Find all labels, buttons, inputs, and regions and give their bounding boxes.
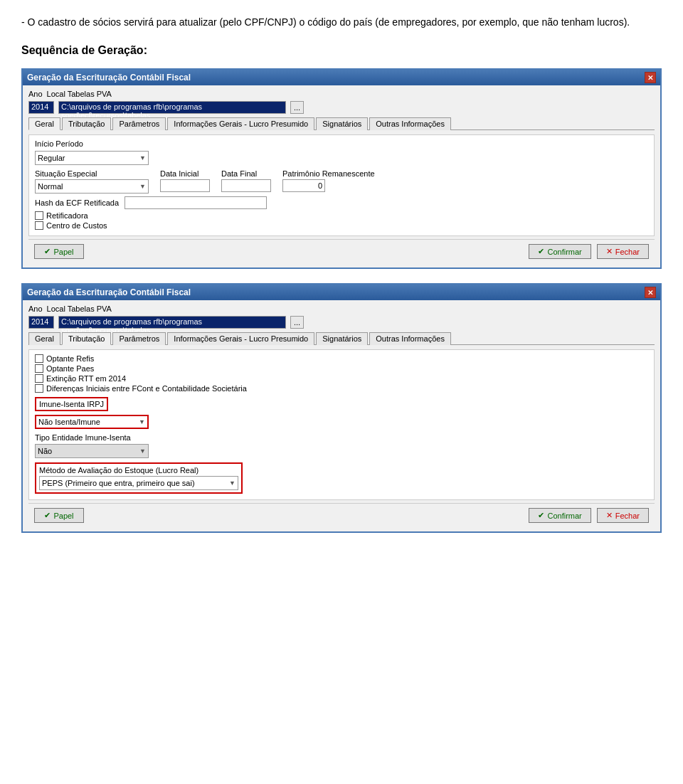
tipo-entidade-label: Tipo Entidade Imune-Isenta	[35, 433, 131, 442]
tab-infgerais-1[interactable]: Informações Gerais - Lucro Presumido	[167, 117, 314, 130]
window2: Geração da Escrituração Contábil Fiscal …	[21, 283, 662, 533]
window1-close-button[interactable]: ✕	[645, 72, 656, 83]
optante-refis-label: Optante Refis	[46, 354, 94, 363]
retificadora-checkbox[interactable]	[35, 211, 43, 220]
diferencas-iniciais-checkbox[interactable]	[35, 384, 43, 393]
situacao-dropdown-arrow: ▼	[139, 183, 146, 190]
data-final-label: Data Final	[221, 169, 271, 178]
tab-parametros-2[interactable]: Parâmetros	[112, 332, 166, 345]
optante-paes-label: Optante Paes	[46, 364, 94, 373]
ano-label: Ano	[28, 90, 43, 98]
hash-section: Hash da ECF Retificada	[35, 196, 648, 209]
data-inicial-col: Data Inicial	[160, 169, 210, 192]
window1-titlebar: Geração da Escrituração Contábil Fiscal …	[23, 70, 660, 85]
optante-refis-row: Optante Refis	[35, 354, 648, 363]
window1-bottom-buttons: ✔ Papel ✔ Confirmar ✕ Fechar	[28, 239, 655, 263]
metodo-section: Método de Avaliação do Estoque (Lucro Re…	[35, 462, 243, 494]
window1-title: Geração da Escrituração Contábil Fiscal	[27, 73, 191, 83]
window1-geral-content: Início Período Regular ▼ Situação Especi…	[28, 134, 655, 236]
window2-titlebar: Geração da Escrituração Contábil Fiscal …	[23, 285, 660, 300]
window2-title: Geração da Escrituração Contábil Fiscal	[27, 287, 191, 297]
imune-label: Imune-Isenta IRPJ	[35, 397, 108, 411]
window2-tabs: Geral Tributação Parâmetros Informações …	[28, 332, 655, 345]
metodo-dropdown-arrow: ▼	[229, 480, 235, 487]
window2-path-row: 2014 C:\arquivos de programas rfb\progra…	[28, 316, 655, 329]
tab-outras-1[interactable]: Outras Informações	[369, 117, 451, 130]
data-inicial-input[interactable]	[160, 179, 210, 192]
imune-dropdown[interactable]: Não Isenta/Imune ▼	[35, 415, 149, 429]
tipo-entidade-dropdown-arrow: ▼	[139, 447, 146, 455]
window1: Geração da Escrituração Contábil Fiscal …	[21, 68, 662, 269]
tipo-entidade-dropdown[interactable]: Não ▼	[35, 444, 149, 458]
tab-tributacao-1[interactable]: Tributação	[62, 117, 112, 130]
data-inicial-label: Data Inicial	[160, 169, 210, 178]
window2-header-row: Ano Local Tabelas PVA	[28, 304, 655, 313]
confirmar-icon-2: ✔	[538, 511, 544, 520]
papel-button-2[interactable]: ✔ Papel	[34, 508, 84, 523]
tab-signatarios-1[interactable]: Signatários	[316, 117, 368, 130]
data-final-input[interactable]	[221, 179, 271, 192]
tab-outras-2[interactable]: Outras Informações	[369, 332, 451, 345]
imune-dropdown-arrow: ▼	[139, 418, 145, 425]
local-label: Local Tabelas PVA	[47, 90, 112, 98]
tab-tributacao-2[interactable]: Tributação	[62, 332, 112, 345]
optante-refis-checkbox[interactable]	[35, 354, 43, 363]
retificadora-label: Retificadora	[46, 211, 88, 220]
hash-input[interactable]	[125, 196, 267, 209]
patrimonio-input[interactable]	[282, 179, 325, 192]
tab-signatarios-2[interactable]: Signatários	[316, 332, 368, 345]
intro-text: - O cadastro de sócios servirá para atua…	[21, 14, 662, 30]
patrimonio-label: Patrimônio Remanescente	[282, 169, 375, 178]
situacao-col: Situação Especial Normal ▼	[35, 169, 149, 194]
papel-button-1[interactable]: ✔ Papel	[34, 244, 84, 259]
extincao-rtt-row: Extinção RTT em 2014	[35, 374, 648, 383]
periodo-dropdown[interactable]: Regular ▼	[35, 151, 149, 165]
inicio-periodo-row: Início Período	[35, 139, 648, 148]
local-label-2: Local Tabelas PVA	[47, 304, 112, 313]
data-final-col: Data Final	[221, 169, 271, 192]
window1-tabs: Geral Tributação Parâmetros Informações …	[28, 117, 655, 130]
extincao-rtt-label: Extinção RTT em 2014	[46, 374, 126, 383]
patrimonio-col: Patrimônio Remanescente	[282, 169, 375, 192]
optante-paes-row: Optante Paes	[35, 364, 648, 373]
section-title: Sequência de Geração:	[21, 44, 662, 57]
metodo-dropdown[interactable]: PEPS (Primeiro que entra, primeiro que s…	[39, 476, 238, 490]
confirmar-button-2[interactable]: ✔ Confirmar	[529, 508, 591, 523]
metodo-label: Método de Avaliação do Estoque (Lucro Re…	[39, 466, 238, 475]
tab-infgerais-2[interactable]: Informações Gerais - Lucro Presumido	[167, 332, 314, 345]
window1-path-row: 2014 C:\arquivos de programas rfb\progra…	[28, 101, 655, 114]
extincao-rtt-checkbox[interactable]	[35, 374, 43, 383]
hash-label: Hash da ECF Retificada	[35, 198, 119, 207]
ano-label-2: Ano	[28, 304, 43, 313]
window2-bottom-buttons: ✔ Papel ✔ Confirmar ✕ Fechar	[28, 503, 655, 527]
papel-icon-1: ✔	[44, 247, 51, 256]
retificadora-row: Retificadora	[35, 211, 648, 220]
path-input[interactable]: C:\arquivos de programas rfb\programas s…	[58, 101, 286, 114]
ano-input[interactable]: 2014	[28, 101, 54, 114]
confirmar-button-1[interactable]: ✔ Confirmar	[529, 244, 591, 259]
fechar-button-1[interactable]: ✕ Fechar	[597, 244, 649, 259]
browse-button[interactable]: ...	[290, 101, 304, 114]
diferencas-iniciais-label: Diferenças Iniciais entre FCont e Contab…	[46, 384, 247, 393]
periodo-dropdown-arrow: ▼	[139, 154, 146, 161]
window2-close-button[interactable]: ✕	[645, 287, 656, 298]
optante-paes-checkbox[interactable]	[35, 364, 43, 373]
tab-geral-2[interactable]: Geral	[28, 332, 60, 345]
centro-custos-checkbox[interactable]	[35, 221, 43, 230]
fechar-icon-2: ✕	[606, 511, 613, 520]
browse-button-2[interactable]: ...	[290, 316, 304, 329]
tab-geral-1[interactable]: Geral	[28, 117, 60, 130]
tab-parametros-1[interactable]: Parâmetros	[112, 117, 166, 130]
situacao-label: Situação Especial	[35, 169, 149, 178]
inicio-periodo-label: Início Período	[35, 139, 83, 148]
fechar-icon-1: ✕	[606, 247, 613, 256]
fechar-button-2[interactable]: ✕ Fechar	[597, 508, 649, 523]
ano-input-2[interactable]: 2014	[28, 316, 54, 329]
situacao-dropdown[interactable]: Normal ▼	[35, 179, 149, 194]
centro-custos-row: Centro de Custos	[35, 221, 648, 230]
papel-icon-2: ✔	[44, 511, 51, 520]
diferencas-iniciais-row: Diferenças Iniciais entre FCont e Contab…	[35, 384, 648, 393]
centro-custos-label: Centro de Custos	[46, 221, 107, 230]
path-input-2[interactable]: C:\arquivos de programas rfb\programas s…	[58, 316, 286, 329]
periodo-row: Regular ▼	[35, 151, 648, 165]
